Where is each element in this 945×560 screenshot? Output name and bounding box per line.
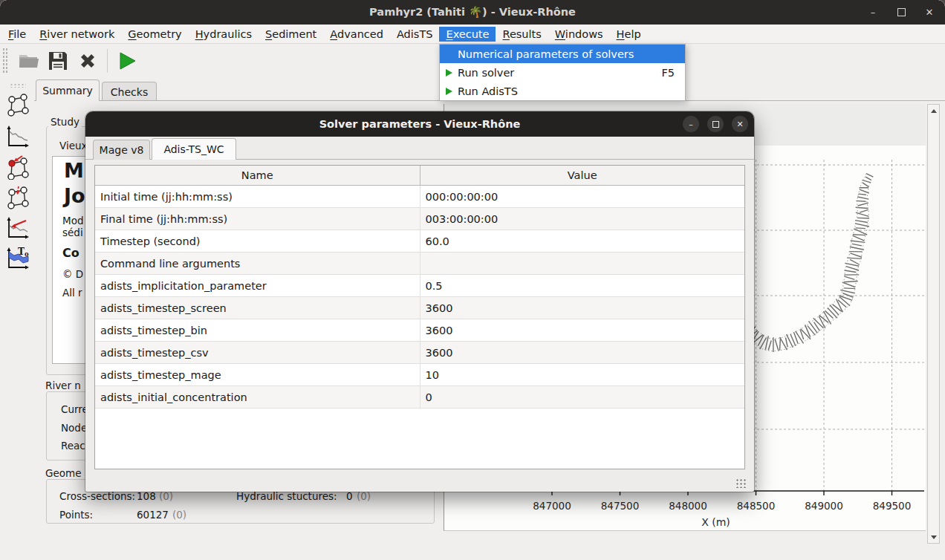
menu-item-sediment[interactable]: Sediment [259,27,323,42]
sidebar-edit-network-button[interactable] [4,183,32,212]
menu-row-run-solver[interactable]: Run solverF5 [440,63,685,82]
params-header-name: Name [95,166,420,186]
save-button[interactable] [45,48,71,74]
params-header-value: Value [420,166,744,186]
menu-item-file[interactable]: File [1,27,33,42]
maximize-icon[interactable] [893,4,909,21]
param-value-cell[interactable] [420,253,744,275]
param-row-adists-implicitation-parameter[interactable]: adists_implicitation_parameter0.5 [95,275,744,297]
param-row-initial-time-jj-hh-mm-ss-[interactable]: Initial time (jj:hh:mm:ss)000:00:00:00 [95,186,744,208]
study-subheading: Co [62,246,79,260]
param-row-adists-timestep-csv[interactable]: adists_timestep_csv3600 [95,342,744,364]
toolbar-drag-handle[interactable] [2,48,7,74]
tab-summary[interactable]: Summary [36,79,100,101]
menu-item-windows[interactable]: Windows [548,27,610,42]
param-value-cell[interactable]: 3600 [420,342,744,364]
points-label: Points: [59,509,93,521]
structures-label: Hydraulic stuctures: [236,490,337,502]
dialog-maximize-icon[interactable] [707,116,724,132]
sidebar-drag-handle[interactable] [10,83,26,88]
param-value-cell[interactable]: 60.0 [420,230,744,253]
menu-item-geometry[interactable]: Geometry [121,27,188,42]
close-icon[interactable]: ✕ [921,4,938,21]
param-name-cell: Command line arguments [95,253,420,275]
param-row-adists-timestep-screen[interactable]: adists_timestep_screen3600 [95,297,744,319]
menu-item-hydraulics[interactable]: Hydraulics [189,27,259,42]
tab-summary-label: Summary [42,85,93,97]
param-row-adists-initial-concentration[interactable]: adists_initial_concentration0 [95,386,744,408]
river-network-row-1: Curre [61,403,88,415]
param-value-cell[interactable]: 003:00:00:00 [420,208,744,230]
param-name-cell: adists_timestep_bin [95,319,420,342]
params-table: Name Value Initial time (jj:hh:mm:ss)000… [94,165,745,469]
dialog-resize-grip[interactable] [735,478,747,488]
param-row-timestep-second-[interactable]: Timestep (second)60.0 [95,230,744,253]
params-header-row: Name Value [95,166,744,186]
param-value-cell[interactable]: 000:00:00:00 [420,186,744,208]
structures-value: 0 [346,490,353,502]
menu-row-run-adists[interactable]: Run AdisTS [440,82,685,100]
cross-sections-label: Cross-sections: [59,490,135,502]
x-icon [77,51,98,71]
menu-item-help[interactable]: Help [610,27,648,42]
scroll-up-icon[interactable] [928,105,939,116]
param-row-adists-timestep-bin[interactable]: adists_timestep_bin3600 [95,319,744,342]
menu-item-advanced[interactable]: Advanced [323,27,390,42]
menu-item-adists[interactable]: AdisTS [390,27,440,42]
menu-item-results[interactable]: Results [496,27,548,42]
x-tick-label: 849500 [873,500,912,512]
dialog-tab-mage-v8[interactable]: Mage v8 [93,140,150,160]
river-network-group-label: River n [43,380,83,391]
sidebar-river-network-button[interactable] [4,92,32,120]
run-button[interactable] [114,48,140,74]
delete-button[interactable] [74,48,101,74]
sidebar-longitudinal-profile-button[interactable] [4,123,32,151]
sidebar-current-node-button[interactable] [4,153,32,181]
param-value-cell[interactable]: 3600 [420,319,744,342]
edit-network-icon [6,185,30,210]
x-tick-label: 848000 [669,500,707,512]
params-table-body: Initial time (jj:hh:mm:ss)000:00:00:00Fi… [95,186,744,408]
param-value-cell[interactable]: 0 [420,386,744,408]
dialog-tab-adis-ts-wc-label: Adis-TS_WC [163,143,224,155]
trend-profile-icon [6,215,30,241]
cross-sections-value: 108 [137,490,156,502]
param-value-cell[interactable]: 3600 [420,297,744,319]
open-folder-button[interactable] [15,48,42,74]
geometry-group-label: Geome [43,467,83,479]
river-network-row-2: Node [61,422,87,434]
study-heading-2: Jo [64,184,85,207]
dialog-minimize-icon[interactable]: – [683,116,699,132]
param-name-cell: adists_initial_concentration [95,386,420,408]
study-rights: All r [62,287,82,299]
menu-row-label: Numerical parameters of solvers [458,48,634,60]
study-copyright: © D [62,268,83,280]
sidebar-initial-conditions-button[interactable]: T0 [4,244,32,273]
param-row-final-time-jj-hh-mm-ss-[interactable]: Final time (jj:hh:mm:ss)003:00:00:00 [95,208,744,230]
x-tick-label: 847000 [533,500,571,512]
scroll-down-icon[interactable] [928,532,939,542]
solver-parameters-dialog: Solver parameters - Vieux-Rhône – ✕ Mage… [85,111,754,492]
param-row-command-line-arguments[interactable]: Command line arguments [95,253,744,275]
minimize-icon[interactable]: – [865,4,881,21]
dialog-close-icon[interactable]: ✕ [732,116,748,132]
study-heading-1: M [64,159,84,182]
dialog-title: Solver parameters - Vieux-Rhône [319,118,521,130]
x-tick-label: 848500 [737,500,776,512]
param-row-adists-timestep-mage[interactable]: adists_timestep_mage10 [95,364,744,386]
sidebar-trend-profile-button[interactable] [4,214,32,242]
menu-item-execute[interactable]: Execute [439,27,496,42]
param-name-cell: adists_timestep_csv [95,342,420,364]
vertical-scrollbar[interactable] [927,104,940,544]
param-value-cell[interactable]: 10 [420,364,744,386]
floppy-icon [48,51,68,71]
menu-row-numerical-parameters-of-solvers[interactable]: Numerical parameters of solvers [440,45,685,63]
svg-text:T0: T0 [18,247,29,258]
param-value-cell[interactable]: 0.5 [420,275,744,297]
run-play-icon [440,88,458,95]
param-name-cell: Timestep (second) [95,230,420,253]
x-tick-label: 849000 [805,500,843,512]
tab-checks[interactable]: Checks [102,82,157,101]
dialog-tab-adis-ts-wc[interactable]: Adis-TS_WC [152,138,236,160]
menu-item-river-network[interactable]: River network [33,27,121,42]
